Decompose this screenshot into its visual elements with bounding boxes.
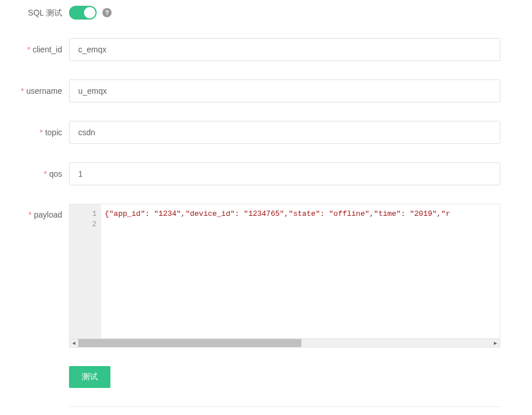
help-icon[interactable]: ? xyxy=(102,8,112,17)
required-asterisk: * xyxy=(44,169,47,178)
client-id-label: client_id xyxy=(33,45,62,54)
sql-toggle-label: SQL 测试 xyxy=(28,8,62,17)
sql-test-form: SQL 测试 ? *client_id *username *topic xyxy=(6,6,500,409)
required-asterisk: * xyxy=(29,210,32,219)
topic-label: topic xyxy=(45,128,62,137)
required-asterisk: * xyxy=(27,45,30,54)
horizontal-scrollbar[interactable]: ◄ ► xyxy=(70,338,500,347)
payload-label: payload xyxy=(34,210,62,219)
required-asterisk: * xyxy=(40,128,43,137)
qos-label: qos xyxy=(49,169,62,178)
scroll-thumb[interactable] xyxy=(78,339,301,348)
line-number: 1 xyxy=(70,209,97,219)
test-button[interactable]: 测试 xyxy=(69,366,110,388)
payload-editor[interactable]: 1 2 {"app_id": "1234","device_id": "1234… xyxy=(69,204,500,348)
required-asterisk: * xyxy=(21,86,24,96)
client-id-row: *client_id xyxy=(6,38,500,61)
sql-test-toggle[interactable] xyxy=(69,6,97,20)
qos-row: *qos xyxy=(6,162,500,185)
payload-code-content[interactable]: {"app_id": "1234","device_id": "1234765"… xyxy=(101,204,500,338)
client-id-input[interactable] xyxy=(69,38,500,61)
section-divider xyxy=(69,406,500,409)
topic-row: *topic xyxy=(6,121,500,144)
username-label: username xyxy=(26,86,62,96)
username-row: *username xyxy=(6,79,500,102)
sql-toggle-row: SQL 测试 ? xyxy=(6,6,500,20)
username-input[interactable] xyxy=(69,79,500,102)
submit-row: 测试 xyxy=(6,366,500,388)
qos-input[interactable] xyxy=(69,162,500,185)
line-number-gutter: 1 2 xyxy=(70,204,101,338)
scroll-track[interactable] xyxy=(78,339,491,348)
topic-input[interactable] xyxy=(69,121,500,144)
line-number: 2 xyxy=(70,219,97,230)
payload-row: *payload 1 2 {"app_id": "1234","device_i… xyxy=(6,204,500,348)
scroll-left-icon[interactable]: ◄ xyxy=(70,339,78,348)
toggle-knob xyxy=(84,7,95,18)
scroll-right-icon[interactable]: ► xyxy=(491,339,500,348)
